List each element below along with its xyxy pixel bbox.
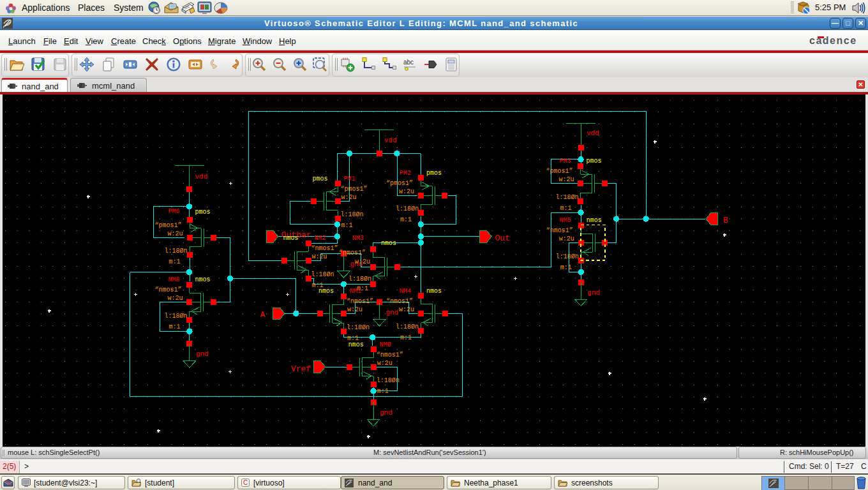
svg-text:l:18Øn: l:18Øn [396, 205, 419, 212]
svg-text:pmos: pmos [426, 170, 442, 177]
svg-text:w:2u: w:2u [167, 295, 183, 302]
svg-text:NM5: NM5 [560, 217, 571, 224]
svg-text:w:2u: w:2u [399, 306, 414, 313]
svg-text:m:1: m:1 [168, 323, 180, 330]
svg-text:w:2u: w:2u [168, 230, 183, 237]
svg-text:“pmos1”: “pmos1” [546, 168, 572, 175]
svg-text:vdd: vdd [587, 130, 599, 137]
svg-text:“pmos1”: “pmos1” [341, 186, 368, 193]
svg-text:PM1: PM1 [344, 175, 355, 182]
svg-text:NMØ: NMØ [380, 341, 391, 348]
svg-text:NM2: NM2 [315, 235, 326, 242]
svg-text:w:2u: w:2u [377, 360, 393, 367]
svg-text:pmos: pmos [195, 209, 211, 216]
svg-text:w:2u: w:2u [347, 306, 363, 313]
svg-text:w:2u: w:2u [341, 194, 357, 201]
svg-text:l:18Øn: l:18Øn [396, 323, 419, 330]
svg-text:“pmos1”: “pmos1” [386, 180, 413, 187]
svg-text:l:18Øn: l:18Øn [555, 194, 578, 201]
svg-text:NM8: NM8 [168, 276, 179, 283]
svg-text:nmos: nmos [195, 276, 210, 283]
svg-text:l:18Øn: l:18Øn [556, 253, 579, 260]
svg-text:l:18Øn: l:18Øn [341, 211, 364, 218]
svg-text:pmos: pmos [313, 175, 328, 182]
svg-text:nmos: nmos [283, 235, 299, 242]
svg-text:m:1: m:1 [560, 205, 571, 212]
svg-text:gnd: gnd [587, 289, 600, 297]
svg-text:w:2u: w:2u [558, 176, 574, 183]
svg-text:“nmos1”: “nmos1” [311, 245, 338, 252]
svg-text:PM6: PM6 [168, 208, 180, 215]
svg-text:m:1: m:1 [169, 258, 181, 265]
svg-text:gnd: gnd [380, 409, 393, 417]
svg-text:PM3: PM3 [559, 158, 571, 165]
svg-text:nmos: nmos [587, 217, 602, 224]
svg-text:w:2u: w:2u [312, 253, 327, 260]
svg-text:nmos: nmos [381, 240, 396, 247]
svg-text:PM2: PM2 [400, 170, 411, 177]
svg-text:“nmos1”: “nmos1” [347, 298, 373, 305]
svg-text:l:18Øn: l:18Øn [377, 377, 400, 384]
svg-text:w:2u: w:2u [559, 235, 574, 242]
svg-text:“nmos1”: “nmos1” [154, 286, 181, 293]
svg-text:abc: abc [403, 59, 414, 66]
svg-text:“nmos1”: “nmos1” [377, 352, 403, 359]
svg-text:l:18Øn: l:18Øn [165, 248, 188, 255]
svg-text:C: C [243, 479, 248, 486]
svg-text:“nmos1”: “nmos1” [339, 249, 366, 256]
svg-text:m:1: m:1 [400, 334, 412, 341]
svg-text:vdd: vdd [384, 137, 397, 144]
svg-text:m:1: m:1 [341, 222, 353, 229]
svg-text:l:18Øn: l:18Øn [348, 276, 371, 283]
svg-text:gnd: gnd [386, 309, 399, 316]
svg-text:“pmos1”: “pmos1” [155, 222, 182, 229]
svg-text:“nmos1”: “nmos1” [386, 298, 413, 305]
svg-text:NM3: NM3 [352, 235, 364, 242]
svg-text:l:18Øn: l:18Øn [311, 271, 334, 278]
svg-text:NM4: NM4 [400, 288, 411, 295]
svg-text:“nmos1”: “nmos1” [546, 227, 573, 234]
svg-text:nmos: nmos [348, 341, 364, 348]
svg-text:A: A [260, 310, 266, 320]
svg-text:nmos: nmos [318, 288, 334, 295]
svg-text:m:1: m:1 [377, 388, 389, 395]
svg-text:m:1: m:1 [400, 216, 412, 223]
svg-text:NM1: NM1 [350, 288, 361, 295]
svg-text:m:1: m:1 [560, 264, 572, 271]
svg-text:l:18Øn: l:18Øn [164, 313, 187, 320]
svg-text:Out: Out [495, 234, 510, 243]
svg-text:B: B [723, 216, 728, 225]
svg-text:Vref: Vref [291, 364, 311, 374]
svg-text:nmos: nmos [426, 288, 442, 295]
svg-text:l:18Øn: l:18Øn [347, 324, 370, 331]
svg-text:w:2u: w:2u [399, 188, 414, 195]
svg-text:vdd: vdd [195, 173, 208, 181]
svg-text:pmos: pmos [586, 158, 601, 165]
svg-text:gnd: gnd [196, 350, 209, 358]
svg-text:w:2u: w:2u [355, 258, 370, 265]
